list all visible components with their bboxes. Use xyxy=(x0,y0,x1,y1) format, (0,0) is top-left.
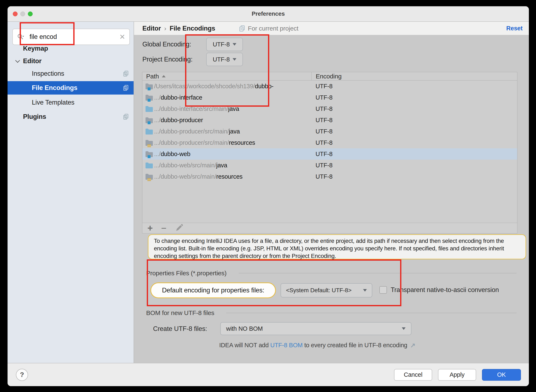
table-toolbar: + − xyxy=(142,223,517,233)
breadcrumb-section[interactable]: Editor xyxy=(142,25,161,32)
sidebar-item-plugins[interactable]: Plugins xyxy=(8,110,133,123)
preferences-window: Preferences ✕ KeymapEditorInspectionsFil… xyxy=(8,6,529,386)
column-header-path[interactable]: Path xyxy=(142,72,311,80)
create-utf8-dropdown[interactable]: with NO BOM xyxy=(220,322,411,335)
search-input[interactable] xyxy=(24,33,119,41)
sidebar-item-label: Inspections xyxy=(32,70,123,77)
clear-x-icon[interactable]: ✕ xyxy=(119,33,125,40)
global-encoding-value: UTF-8 xyxy=(213,41,230,48)
table-row[interactable]: .../dubbo-webUTF-8 xyxy=(142,148,517,160)
group-divider xyxy=(239,273,517,273)
sidebar-item-label: File Encodings xyxy=(32,84,123,92)
encoding-cell[interactable]: UTF-8 xyxy=(311,162,517,169)
chevron-down-icon xyxy=(402,327,406,330)
settings-content: Editor › File Encodings For current proj… xyxy=(134,22,529,363)
module-folder-icon xyxy=(145,150,154,158)
table-row[interactable]: .../dubbo-interfaceUTF-8 xyxy=(142,92,517,103)
path-cell: .../dubbo-interface/src/main/java xyxy=(154,105,311,112)
encoding-header-label: Encoding xyxy=(316,73,342,80)
table-row[interactable]: .../dubbo-web/src/main/resourcesUTF-8 xyxy=(142,171,517,182)
encoding-cell[interactable]: UTF-8 xyxy=(311,83,517,90)
sidebar-item-label: Live Templates xyxy=(32,99,133,106)
global-encoding-dropdown[interactable]: UTF-8 xyxy=(206,38,243,51)
resources-folder-icon xyxy=(145,173,154,180)
global-encoding-label: Global Encoding: xyxy=(142,38,191,51)
sort-ascending-icon xyxy=(162,75,166,77)
breadcrumb-page: File Encodings xyxy=(170,25,215,32)
path-cell: .../dubbo-interface xyxy=(154,94,311,101)
source-folder-icon xyxy=(145,128,154,135)
path-header-label: Path xyxy=(146,73,159,80)
table-row[interactable]: .../dubbo-producerUTF-8 xyxy=(142,114,517,126)
project-encoding-dropdown[interactable]: UTF-8 xyxy=(206,53,243,66)
module-folder-icon xyxy=(145,94,154,101)
apply-button[interactable]: Apply xyxy=(438,369,476,381)
sidebar-item-file-encodings[interactable]: File Encodings xyxy=(8,81,133,94)
external-link-arrow-icon: ↗ xyxy=(410,342,415,349)
breadcrumb: Editor › File Encodings For current proj… xyxy=(134,22,529,35)
project-encoding-value: UTF-8 xyxy=(213,56,230,63)
scope-label: For current project xyxy=(248,25,298,32)
properties-default-encoding-value: <System Default: UTF-8> xyxy=(286,287,351,294)
chevron-down-icon xyxy=(233,43,236,46)
table-row[interactable]: .../dubbo-interface/src/main/javaUTF-8 xyxy=(142,103,517,114)
group-divider xyxy=(226,313,517,313)
path-cell: .../dubbo-producer/src/main/java xyxy=(154,128,311,135)
settings-sidebar: ✕ KeymapEditorInspectionsFile EncodingsL… xyxy=(8,22,134,363)
chevron-down-icon xyxy=(233,58,236,61)
encoding-cell[interactable]: UTF-8 xyxy=(311,117,517,124)
encoding-cell[interactable]: UTF-8 xyxy=(311,128,517,135)
properties-files-group-title: Properties Files (*.properties) xyxy=(146,269,227,278)
scope-switcher[interactable]: For current project xyxy=(239,25,298,32)
encoding-cell[interactable]: UTF-8 xyxy=(311,173,517,180)
sidebar-item-live-templates[interactable]: Live Templates xyxy=(8,96,133,109)
path-cell: .../dubbo-producer xyxy=(154,117,311,124)
table-row[interactable]: .../dubbo-web/src/main/javaUTF-8 xyxy=(142,160,517,171)
title-bar: Preferences xyxy=(8,6,529,22)
sidebar-item-inspections[interactable]: Inspections xyxy=(8,67,133,80)
overlapping-pages-icon xyxy=(123,85,129,91)
encoding-cell[interactable]: UTF-8 xyxy=(311,94,517,101)
help-button[interactable]: ? xyxy=(16,369,28,381)
remove-path-button[interactable]: − xyxy=(161,224,167,232)
sidebar-item-editor[interactable]: Editor xyxy=(8,54,133,68)
default-encoding-label-highlighted: Default encoding for properties files: xyxy=(150,282,276,298)
overlapping-pages-icon xyxy=(239,25,245,32)
dialog-footer: ? Cancel Apply OK xyxy=(8,363,529,386)
table-row[interactable]: .../dubbo-producer/src/main/resourcesUTF… xyxy=(142,137,517,148)
encoding-cell[interactable]: UTF-8 xyxy=(311,151,517,158)
table-row[interactable]: /Users/itcast/workcode/shcode/sh139/dubb… xyxy=(142,80,517,92)
sidebar-item-label: Editor xyxy=(23,57,133,65)
create-utf8-value: with NO BOM xyxy=(226,325,263,332)
hint-suffix: to every created file in UTF-8 encoding xyxy=(303,342,408,349)
encoding-cell[interactable]: UTF-8 xyxy=(311,139,517,146)
path-cell: .../dubbo-web xyxy=(154,151,311,158)
chevron-expanded-icon[interactable] xyxy=(16,58,20,62)
properties-default-encoding-dropdown[interactable]: <System Default: UTF-8> xyxy=(280,283,372,298)
add-path-button[interactable]: + xyxy=(147,224,153,232)
file-encodings-panel: Global Encoding: UTF-8 Project Encoding:… xyxy=(134,35,529,363)
encoding-cell[interactable]: UTF-8 xyxy=(311,105,517,112)
bom-group-title: BOM for new UTF-8 files xyxy=(146,308,214,317)
overlapping-pages-icon xyxy=(123,114,129,120)
project-encoding-label: Project Encoding: xyxy=(142,53,193,66)
table-row[interactable]: .../dubbo-producer/src/main/javaUTF-8 xyxy=(142,126,517,137)
path-cell: .../dubbo-web/src/main/java xyxy=(154,162,311,169)
pencil-icon[interactable] xyxy=(175,224,183,233)
table-header-row: Path Encoding xyxy=(142,72,517,80)
source-folder-icon xyxy=(145,105,154,112)
window-title: Preferences xyxy=(8,10,529,17)
create-utf8-label: Create UTF-8 files: xyxy=(153,322,207,335)
ok-button[interactable]: OK xyxy=(482,369,521,381)
hint-prefix: IDEA will NOT add xyxy=(219,342,270,349)
breadcrumb-separator: › xyxy=(164,25,166,32)
path-cell: /Users/itcast/workcode/shcode/sh139/dubb… xyxy=(154,83,311,90)
cancel-button[interactable]: Cancel xyxy=(394,369,432,381)
transparent-conversion-checkbox[interactable] xyxy=(379,286,387,294)
reset-link[interactable]: Reset xyxy=(506,25,523,32)
overlapping-pages-icon xyxy=(123,70,129,77)
utf8-bom-link[interactable]: UTF-8 BOM xyxy=(270,342,303,349)
sidebar-item-keymap[interactable]: Keymap xyxy=(8,42,133,55)
column-header-encoding[interactable]: Encoding xyxy=(311,72,517,80)
resources-folder-icon xyxy=(145,139,154,146)
